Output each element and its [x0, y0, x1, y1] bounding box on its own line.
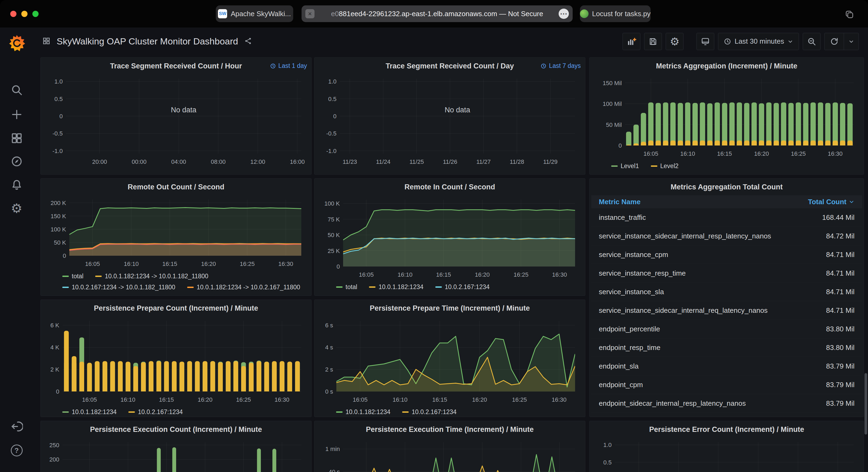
- refresh-dashboard-button[interactable]: [824, 33, 859, 50]
- add-panel-button[interactable]: [623, 33, 640, 50]
- tab-apache-skywalking[interactable]: SW Apache SkyWalki...: [216, 5, 293, 22]
- table-row: service_instance_cpm84.71 Mil: [591, 245, 862, 264]
- legend-item[interactable]: Level1: [611, 161, 639, 172]
- panel-header: Persistence Prepare Time (Increment) / M…: [314, 300, 585, 316]
- legend-item[interactable]: 10.0.2.167:1234: [128, 407, 183, 417]
- panel-title[interactable]: Metrics Aggregation (Increment) / Minute: [656, 62, 797, 70]
- legend-item[interactable]: 10.0.2.167:1234: [435, 281, 490, 293]
- tab-locust[interactable]: Locust for tasks.py: [580, 5, 651, 22]
- svg-text:0.5: 0.5: [55, 96, 63, 102]
- svg-text:16:20: 16:20: [754, 150, 769, 157]
- svg-text:50 Mil: 50 Mil: [606, 122, 622, 128]
- panel-title[interactable]: Persistence Execution Count (Increment) …: [90, 426, 262, 434]
- panel-title[interactable]: Remote Out Count / Second: [128, 183, 224, 191]
- svg-text:250: 250: [49, 442, 59, 448]
- chart-trace-hour[interactable]: 1.00.50-0.5-1.020:0000:0004:0008:0012:00…: [43, 74, 309, 168]
- zoom-out-time-button[interactable]: [803, 33, 820, 50]
- metric-name-cell: service_instance_resp_time: [599, 269, 686, 277]
- search-icon[interactable]: [0, 84, 33, 96]
- legend-item[interactable]: 10.0.2.167:1234 -> 10.0.2.167_11800: [62, 293, 175, 296]
- zoom-window-button[interactable]: [32, 11, 38, 17]
- share-icon[interactable]: [244, 37, 252, 46]
- table-header-row: Metric NameTotal Count: [591, 195, 862, 208]
- panel-title[interactable]: Metrics Aggregation Total Count: [671, 183, 783, 191]
- panel-header: Trace Segment Received Count / HourLast …: [41, 58, 311, 74]
- chart-prep-count[interactable]: 6 K4 K2 K016:0516:1016:1516:2016:2516:30: [43, 316, 309, 405]
- legend-item[interactable]: total: [336, 281, 357, 293]
- panel-title[interactable]: Persistence Error Count (Increment) / Mi…: [649, 426, 804, 434]
- explore-icon[interactable]: [0, 155, 33, 168]
- legend-item[interactable]: Level2: [651, 161, 679, 172]
- legend-item[interactable]: 10.0.1.182:1234 -> 10.0.1.182_11800: [95, 271, 208, 282]
- configuration-gear-icon[interactable]: ⚙: [0, 202, 33, 215]
- total-count-cell: 84.71 Mil: [826, 288, 855, 296]
- chart-prep-time[interactable]: 6 s4 s2 s0 s16:0516:1016:1516:2016:2516:…: [317, 316, 583, 405]
- skywalking-favicon: SW: [218, 9, 227, 18]
- svg-text:16:15: 16:15: [159, 396, 174, 403]
- help-icon[interactable]: ?: [0, 444, 33, 457]
- tab-active-address[interactable]: ✕ e0881eed4-22961232.ap-east-1.elb.amazo…: [302, 5, 572, 22]
- dashboard-scrollbar[interactable]: [865, 373, 867, 435]
- legend-item[interactable]: total: [62, 271, 83, 282]
- panel-title[interactable]: Persistence Prepare Count (Increment) / …: [94, 304, 258, 312]
- legend-item[interactable]: 10.0.1.182:1234 -> 10.0.2.167_11800: [187, 282, 300, 293]
- svg-text:08:00: 08:00: [211, 159, 225, 165]
- legend-item[interactable]: 10.0.1.182:1234: [369, 281, 423, 293]
- svg-text:00:00: 00:00: [132, 159, 147, 165]
- svg-text:50 K: 50 K: [54, 239, 66, 246]
- svg-text:150 K: 150 K: [51, 213, 66, 220]
- legend-item[interactable]: 10.0.1.182:1234: [336, 407, 390, 417]
- svg-text:16:15: 16:15: [162, 261, 177, 267]
- legend-item[interactable]: 10.0.1.182:1234: [62, 407, 117, 417]
- svg-text:16:20: 16:20: [201, 261, 216, 267]
- svg-text:1 min: 1 min: [325, 446, 340, 452]
- table-header-total-count[interactable]: Total Count: [808, 198, 855, 206]
- table-header-metric-name[interactable]: Metric Name: [599, 198, 641, 206]
- tab-more-icon[interactable]: ⋯: [559, 9, 569, 19]
- chart-exec-count[interactable]: 25020015010050016:0516:1016:1516:2016:25…: [43, 438, 309, 472]
- refresh-icon[interactable]: [825, 33, 844, 50]
- chevron-down-icon: [787, 38, 793, 44]
- chart-metrics-agg[interactable]: 150 Mil100 Mil50 Mil016:0516:1016:1516:2…: [592, 74, 862, 160]
- panel-title[interactable]: Remote In Count / Second: [404, 183, 495, 191]
- panel-title[interactable]: Trace Segment Received Count / Hour: [110, 62, 242, 70]
- sign-out-icon[interactable]: [0, 420, 33, 433]
- time-range-picker[interactable]: Last 30 minutes: [718, 33, 799, 50]
- legend-item[interactable]: 10.0.2.167:1234: [402, 407, 456, 417]
- svg-text:2 K: 2 K: [51, 366, 59, 373]
- create-icon[interactable]: [0, 108, 33, 121]
- close-window-button[interactable]: [10, 11, 17, 17]
- svg-text:16:00: 16:00: [290, 159, 305, 165]
- alerting-bell-icon[interactable]: [0, 179, 33, 191]
- dashboard-grid-icon[interactable]: [42, 37, 51, 46]
- chart-remote-out[interactable]: 200 K150 K100 K50 K016:0516:1016:1516:20…: [43, 195, 309, 270]
- refresh-interval-dropdown[interactable]: [844, 33, 859, 50]
- svg-text:11/27: 11/27: [476, 159, 491, 165]
- table-row: endpoint_sidecar_internal_resp_latency_n…: [591, 394, 862, 413]
- dashboards-icon[interactable]: [0, 132, 33, 144]
- chart-legend: Level1Level2: [611, 161, 859, 172]
- svg-text:-0.5: -0.5: [52, 130, 63, 137]
- panel-title[interactable]: Persistence Execution Time (Increment) /…: [366, 426, 533, 434]
- minimize-window-button[interactable]: [21, 11, 28, 17]
- chart-remote-in[interactable]: 100 K75 K50 K25 K016:0516:1016:1516:2016…: [317, 195, 583, 280]
- legend-item[interactable]: 10.0.2.167:1234 -> 10.0.1.182_11800: [62, 282, 175, 293]
- svg-text:0.5: 0.5: [603, 459, 612, 466]
- tab-close-icon[interactable]: ✕: [305, 9, 314, 18]
- cycle-view-mode-button[interactable]: [696, 33, 714, 50]
- time-range-badge: Last 1 day: [270, 62, 307, 69]
- table-row: service_instance_sidecar_internal_resp_l…: [591, 227, 862, 245]
- chart-error-count[interactable]: 1.00.50-0.5-1.016:0516:1016:1516:2016:25…: [592, 438, 862, 472]
- grafana-logo[interactable]: [0, 34, 33, 52]
- panel-title[interactable]: Trace Segment Received Count / Day: [386, 62, 514, 70]
- svg-text:16:05: 16:05: [353, 396, 368, 403]
- chart-trace-day[interactable]: 1.00.50-0.5-1.011/2311/2411/2511/2611/27…: [317, 74, 583, 168]
- tab-overview-icon[interactable]: [844, 9, 855, 21]
- dashboard-settings-button[interactable]: ⚙: [666, 33, 683, 50]
- save-dashboard-button[interactable]: [644, 33, 662, 50]
- panel-remote-out: Remote Out Count / Second200 K150 K100 K…: [40, 178, 312, 296]
- svg-text:6 s: 6 s: [325, 322, 333, 329]
- chart-exec-time[interactable]: 1 min40 s20 s0 s16:0516:1016:1516:2016:2…: [317, 438, 583, 472]
- panel-title[interactable]: Persistence Prepare Time (Increment) / M…: [370, 304, 530, 312]
- svg-text:11/25: 11/25: [409, 159, 424, 165]
